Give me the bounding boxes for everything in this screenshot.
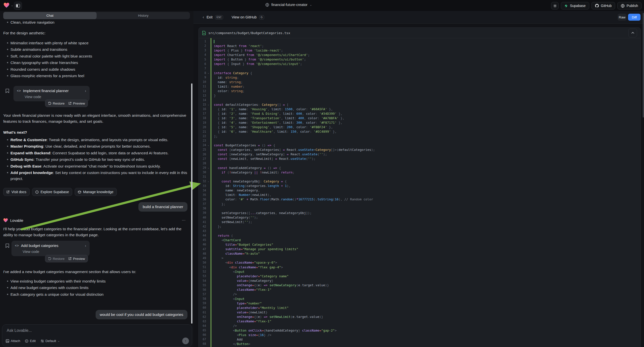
chat-panel: Chat History Clean, intuitive navigation… [0,11,194,347]
line-number: 46 [199,243,206,246]
line-number: 51 [199,265,206,269]
line-number: 38 [199,206,206,210]
code-line: 2import React from 'react'; [199,44,640,48]
bookmark-icon[interactable] [6,244,9,248]
preview-label: Preview [73,257,85,260]
exit-button[interactable]: Exit [206,15,212,19]
publish-button[interactable]: Publish [617,2,642,10]
toggle-sidebar-button[interactable] [14,2,22,10]
view-code-link[interactable]: View code [23,250,86,254]
restore-preview-bar: Restore Preview [45,100,88,107]
mode-selector[interactable]: Default ⌄ [40,339,60,343]
fold-chevron-icon[interactable]: ⌄ [206,166,210,169]
tab-chat[interactable]: Chat [3,12,96,19]
manage-knowledge-button[interactable]: Manage knowledge [75,188,116,196]
chat-input[interactable] [6,327,188,334]
quick-actions-row: Visit docs Explore Supabase Manage knowl… [3,188,117,196]
list-item: GitHub Sync: Transfer your project's cod… [3,156,188,162]
line-number: 67 [199,338,206,341]
item-lead: Debug with Ease [10,164,41,168]
bookmark-icon[interactable] [6,88,9,93]
tab-history[interactable]: History [96,12,190,19]
view-code-link[interactable]: View code [25,95,86,99]
message-menu-button[interactable]: ⋯ [182,218,186,222]
list-item: Debug with Ease: Activate our experiment… [3,163,188,169]
chat-bubble-icon [35,190,38,194]
settings-button[interactable] [551,2,558,10]
project-selector[interactable]: financial-future-creator ⌄ [265,3,312,7]
attach-button[interactable]: Attach [6,339,20,343]
line-number: 30 [199,170,206,174]
assistant-header: Lovable ⋯ [3,218,186,222]
line-number: 20 [199,126,206,129]
file-path: src/components/budget/BudgetCategories.t… [208,31,290,35]
preview-button[interactable]: Preview [68,102,85,105]
edit-button[interactable]: Edit [25,339,36,343]
code-line: 37 }; [199,202,640,206]
fold-chevron-icon[interactable]: ⌄ [206,180,210,182]
preview-label: Preview [73,102,85,105]
code-line: 1 [199,39,640,44]
line-number: 42 [199,225,206,228]
file-card-header[interactable]: src/components/budget/BudgetCategories.t… [199,28,640,38]
code-line: 38 [199,206,640,210]
restore-button[interactable]: Restore [48,257,64,260]
code-line: 58 <Input [199,296,640,301]
line-number: 1 [199,40,206,43]
code-line: 62 onChange={(e) => setNewLimit(e.target… [199,315,640,319]
code-line: 67 Add [199,337,640,342]
line-number: 5 [199,58,206,61]
text-caret [214,40,214,43]
item-rest: : Transfer your project's code to GitHub… [34,157,145,162]
code-line: 44 return ( [199,233,640,238]
preview-button[interactable]: Preview [68,257,85,260]
code-line: 47 subtitle="Manage your spending limits… [199,247,640,251]
code-line: 3import { Plus } from 'lucide-react'; [199,48,640,52]
raw-toggle-button[interactable]: Raw [618,14,626,21]
chevron-left-icon: ‹ [203,15,204,20]
chat-scrollbar-thumb[interactable] [191,84,192,324]
line-number: 49 [199,256,206,260]
line-number: 28 [199,162,206,165]
version-card-implement[interactable]: < > Implement financial planner › View c… [14,86,90,101]
ready-text: Your sleek financial planner is now read… [3,112,190,124]
composer-toolbar: Attach Edit Default ⌄ [6,338,189,344]
app-window: ⌄ financial-future-creator ⌄ [0,0,644,347]
code-line: 23 [199,138,640,143]
code-line: 66 <Plus size={16} /> [199,332,640,337]
fold-chevron-icon[interactable]: ⌄ [206,72,210,74]
code-line: 12 color: string; [199,89,640,93]
github-button[interactable]: GitHub [592,2,615,10]
fold-chevron-icon[interactable]: ⌄ [206,144,210,146]
line-number: 29 [199,166,206,170]
list-item: Refine & Customize: Tweak the design, an… [3,137,188,143]
version-card-add-budget[interactable]: < > Add budget categories › View code [12,241,90,256]
code-line: 32⌄ const newCategoryObj: Category = { [199,179,640,184]
send-button[interactable]: ↑ [182,338,189,344]
publish-globe-icon [621,4,624,8]
project-name: financial-future-creator [271,3,308,7]
code-scrollbar-thumb[interactable] [643,13,644,118]
explore-supabase-button[interactable]: Explore Supabase [32,188,72,196]
file-added-icon [202,31,206,35]
collapse-file-button[interactable] [628,29,637,37]
code-line: 46 title="Budget Categories" [199,242,640,247]
restore-button[interactable]: Restore [48,102,64,105]
diff-toggle-button[interactable]: Diff [628,14,640,21]
line-number: 47 [199,248,206,251]
code-editor[interactable]: 12import React from 'react';3import { Pl… [199,38,640,347]
code-line: 39 setCategories([...categories, newCate… [199,210,640,215]
line-number: 34 [199,189,206,192]
line-number: 63 [199,320,206,323]
code-line: 5import { Button } from '@/components/ui… [199,57,640,62]
lovable-logo-menu[interactable]: ⌄ [4,2,13,8]
line-number: 17 [199,112,206,115]
fold-chevron-icon[interactable]: ⌄ [206,103,210,106]
visit-docs-button[interactable]: Visit docs [3,188,30,196]
line-number: 41 [199,220,206,224]
user-message: build a financial planner [138,202,188,212]
code-line: 27 const [newLimit, setNewLimit] = React… [199,156,640,161]
view-on-github-button[interactable]: View on GitHub [232,15,256,19]
assistant-name: Lovable [10,218,24,222]
supabase-button[interactable]: Supabase [561,2,589,10]
